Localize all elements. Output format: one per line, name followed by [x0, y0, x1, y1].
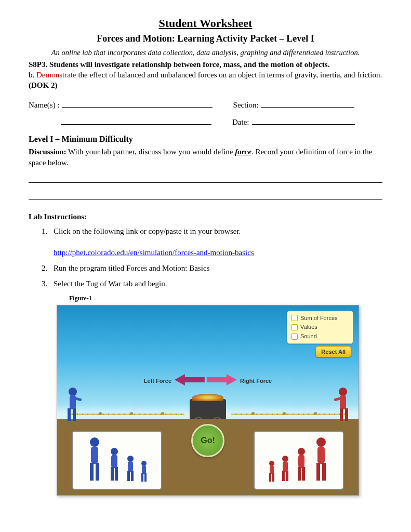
svg-rect-4 — [68, 408, 71, 421]
opt3-label: Sound — [300, 332, 317, 340]
force-word: force — [235, 148, 251, 156]
svg-rect-8 — [340, 395, 346, 409]
page-subtitle: Forces and Motion: Learning Activity Pac… — [29, 32, 382, 45]
discussion-text-1: With your lab partner, discuss how you w… — [67, 148, 235, 156]
student-fields: Name(s) : Section: Date: — [29, 100, 382, 127]
blue-puller-icon[interactable] — [124, 456, 137, 485]
svg-rect-38 — [298, 467, 301, 481]
dok-label: (DOK 2) — [29, 81, 57, 89]
svg-point-28 — [269, 461, 274, 466]
svg-rect-9 — [340, 408, 343, 421]
options-panel: Sum of Forces Values Sound — [287, 311, 353, 344]
svg-rect-10 — [345, 408, 348, 421]
svg-rect-25 — [142, 466, 146, 474]
instruction-list: Click on the following link or copy/past… — [49, 226, 382, 289]
section-blank[interactable] — [261, 100, 354, 108]
rope-knot — [314, 412, 317, 415]
svg-rect-15 — [96, 463, 99, 481]
svg-point-7 — [339, 388, 347, 396]
answer-line-1[interactable] — [29, 175, 382, 183]
rope-right — [231, 414, 348, 415]
svg-rect-22 — [127, 471, 130, 481]
rope-knot — [130, 412, 133, 415]
red-puller-icon[interactable] — [311, 437, 331, 485]
checkbox-icon — [291, 334, 298, 340]
force-arrows-icon — [175, 373, 237, 389]
figure-label: Figure-1 — [69, 294, 382, 302]
svg-point-20 — [127, 456, 134, 462]
option-values[interactable]: Values — [291, 323, 349, 331]
sub-prefix: b. — [29, 71, 36, 79]
svg-rect-17 — [111, 455, 117, 468]
rope-knot — [161, 412, 164, 415]
date-label: Date: — [232, 117, 249, 127]
svg-rect-31 — [272, 473, 274, 482]
svg-rect-43 — [322, 463, 326, 481]
instruction-2: Run the program titled Forces and Motion… — [49, 263, 382, 273]
standard-line: S8P3. Students will investigate relation… — [29, 59, 382, 91]
blue-puller-icon[interactable] — [139, 461, 149, 485]
svg-rect-5 — [73, 408, 76, 421]
page-title: Student Worksheet — [29, 16, 382, 31]
svg-rect-21 — [128, 461, 133, 472]
svg-rect-37 — [298, 455, 304, 468]
svg-rect-35 — [286, 471, 288, 481]
opt2-label: Values — [300, 323, 317, 331]
svg-marker-0 — [175, 374, 205, 385]
svg-rect-42 — [316, 463, 320, 481]
demonstrate-word: Demonstrate — [36, 71, 76, 79]
phet-link[interactable]: http://phet.colorado.edu/en/simulation/f… — [54, 248, 254, 257]
simulation-screenshot: Sum of Forces Values Sound Reset All Lef… — [57, 305, 359, 496]
answer-line-2[interactable] — [29, 192, 382, 200]
sub-rest: the effect of balanced and unbalanced fo… — [76, 71, 382, 79]
names-blank-1[interactable] — [62, 100, 213, 108]
blue-team-bench — [72, 431, 162, 490]
page-description: An online lab that incorporates data col… — [29, 48, 382, 58]
red-puller-icon[interactable] — [294, 447, 309, 485]
checkbox-icon — [291, 315, 298, 321]
reset-all-button[interactable]: Reset All — [315, 346, 351, 358]
blue-puller-icon[interactable] — [107, 447, 122, 485]
svg-rect-3 — [70, 395, 76, 409]
option-sum-of-forces[interactable]: Sum of Forces — [291, 314, 349, 322]
names-blank-2[interactable] — [61, 117, 211, 125]
standard-code: S8P3. Students will investigate relation… — [29, 60, 329, 69]
discussion-label: Discussion: — [29, 148, 67, 156]
svg-point-36 — [298, 448, 305, 455]
svg-point-16 — [111, 448, 118, 455]
rope-knot — [251, 412, 255, 415]
instruction-3: Select the Tug of War tab and begin. — [49, 278, 382, 289]
svg-rect-18 — [111, 467, 114, 481]
svg-point-40 — [316, 437, 326, 447]
svg-rect-19 — [115, 467, 118, 481]
svg-point-12 — [90, 437, 99, 447]
svg-rect-13 — [91, 446, 98, 464]
svg-rect-34 — [282, 471, 285, 481]
left-force-label: Left Force — [144, 377, 171, 385]
step1-text: Click on the following link or copy/past… — [54, 227, 241, 235]
svg-rect-23 — [131, 471, 134, 481]
svg-point-32 — [282, 456, 288, 462]
rope-knot — [99, 412, 102, 415]
rope-knot — [283, 412, 286, 415]
svg-rect-26 — [141, 473, 143, 482]
instruction-1: Click on the following link or copy/past… — [49, 226, 382, 258]
red-puller-icon[interactable] — [267, 461, 277, 485]
svg-point-24 — [141, 461, 147, 466]
blue-puller-icon[interactable] — [85, 437, 104, 485]
go-button[interactable]: Go! — [191, 424, 224, 457]
option-sound[interactable]: Sound — [291, 332, 349, 340]
svg-rect-14 — [90, 463, 94, 481]
names-label: Name(s) : — [29, 100, 60, 110]
date-blank[interactable] — [252, 117, 355, 125]
right-force-label: Right Force — [240, 377, 272, 385]
svg-rect-41 — [317, 446, 325, 464]
svg-rect-27 — [144, 473, 147, 482]
opt1-label: Sum of Forces — [300, 314, 338, 322]
svg-point-2 — [69, 388, 77, 396]
svg-rect-29 — [270, 466, 274, 474]
level-heading: Level I – Minimum Difficulty — [29, 134, 382, 145]
svg-rect-39 — [302, 467, 305, 481]
svg-rect-30 — [269, 473, 271, 482]
red-puller-icon[interactable] — [279, 456, 291, 485]
